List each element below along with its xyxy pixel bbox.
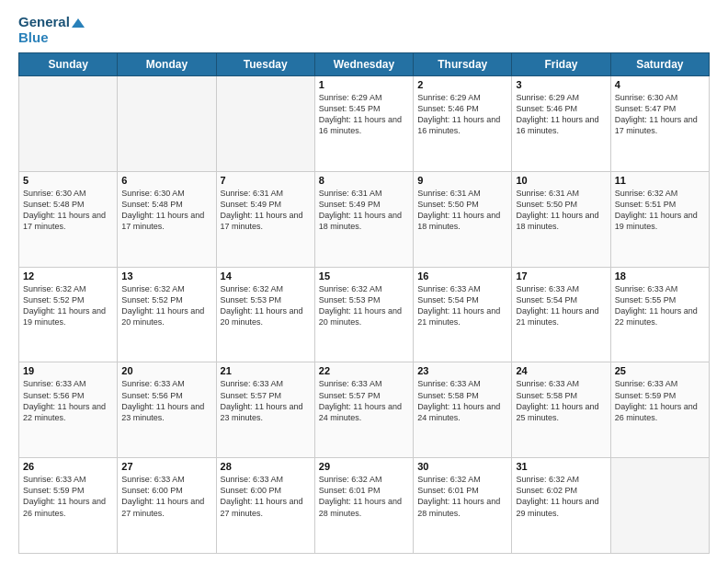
calendar-cell: 10Sunrise: 6:31 AM Sunset: 5:50 PM Dayli… (512, 171, 610, 267)
calendar-cell: 30Sunrise: 6:32 AM Sunset: 6:01 PM Dayli… (414, 458, 512, 554)
calendar-cell: 14Sunrise: 6:32 AM Sunset: 5:53 PM Dayli… (216, 267, 314, 362)
week-row-2: 5Sunrise: 6:30 AM Sunset: 5:48 PM Daylig… (19, 171, 710, 267)
week-row-3: 12Sunrise: 6:32 AM Sunset: 5:52 PM Dayli… (19, 267, 710, 362)
weekday-friday: Friday (512, 53, 610, 76)
day-info: Sunrise: 6:33 AM Sunset: 5:54 PM Dayligh… (516, 283, 606, 328)
day-number: 1 (319, 79, 409, 90)
day-number: 31 (516, 461, 606, 472)
day-number: 11 (615, 175, 705, 186)
calendar-cell: 18Sunrise: 6:33 AM Sunset: 5:55 PM Dayli… (610, 267, 709, 362)
day-info: Sunrise: 6:30 AM Sunset: 5:48 PM Dayligh… (23, 188, 113, 233)
day-info: Sunrise: 6:33 AM Sunset: 5:56 PM Dayligh… (121, 378, 211, 423)
logo-general: General (18, 15, 85, 30)
calendar-cell: 12Sunrise: 6:32 AM Sunset: 5:52 PM Dayli… (19, 267, 118, 362)
calendar-cell: 2Sunrise: 6:29 AM Sunset: 5:46 PM Daylig… (414, 76, 512, 172)
day-number: 3 (516, 79, 606, 90)
day-number: 7 (221, 175, 311, 186)
calendar-cell: 15Sunrise: 6:32 AM Sunset: 5:53 PM Dayli… (314, 267, 413, 362)
day-info: Sunrise: 6:32 AM Sunset: 5:51 PM Dayligh… (615, 188, 705, 233)
calendar-cell: 13Sunrise: 6:32 AM Sunset: 5:52 PM Dayli… (118, 267, 216, 362)
calendar-cell: 17Sunrise: 6:33 AM Sunset: 5:54 PM Dayli… (512, 267, 610, 362)
weekday-tuesday: Tuesday (216, 53, 314, 76)
logo: General Blue (18, 15, 85, 45)
calendar-cell: 20Sunrise: 6:33 AM Sunset: 5:56 PM Dayli… (118, 362, 216, 458)
day-number: 24 (516, 365, 606, 376)
calendar-cell: 27Sunrise: 6:33 AM Sunset: 6:00 PM Dayli… (118, 458, 216, 554)
day-info: Sunrise: 6:33 AM Sunset: 5:56 PM Dayligh… (23, 378, 113, 423)
day-number: 6 (121, 175, 211, 186)
calendar-cell (216, 76, 314, 172)
day-info: Sunrise: 6:32 AM Sunset: 6:01 PM Dayligh… (319, 474, 409, 519)
calendar-cell: 24Sunrise: 6:33 AM Sunset: 5:58 PM Dayli… (512, 362, 610, 458)
calendar-cell: 7Sunrise: 6:31 AM Sunset: 5:49 PM Daylig… (216, 171, 314, 267)
day-number: 27 (121, 461, 211, 472)
day-info: Sunrise: 6:32 AM Sunset: 5:53 PM Dayligh… (319, 283, 409, 328)
header: General Blue (18, 15, 710, 45)
day-info: Sunrise: 6:32 AM Sunset: 5:53 PM Dayligh… (221, 283, 311, 328)
day-number: 2 (417, 79, 507, 90)
day-number: 14 (221, 270, 311, 282)
day-info: Sunrise: 6:30 AM Sunset: 5:48 PM Dayligh… (121, 188, 211, 233)
day-number: 17 (516, 270, 606, 282)
day-number: 13 (121, 270, 211, 282)
day-number: 10 (516, 175, 606, 186)
day-number: 21 (221, 365, 311, 376)
weekday-monday: Monday (118, 53, 216, 76)
day-info: Sunrise: 6:31 AM Sunset: 5:50 PM Dayligh… (417, 188, 507, 233)
calendar-cell: 26Sunrise: 6:33 AM Sunset: 5:59 PM Dayli… (19, 458, 118, 554)
day-number: 26 (23, 461, 113, 472)
day-number: 4 (615, 79, 705, 90)
calendar-cell (19, 76, 118, 172)
calendar-cell: 6Sunrise: 6:30 AM Sunset: 5:48 PM Daylig… (118, 171, 216, 267)
calendar-body: 1Sunrise: 6:29 AM Sunset: 5:45 PM Daylig… (19, 76, 710, 554)
calendar-cell: 19Sunrise: 6:33 AM Sunset: 5:56 PM Dayli… (19, 362, 118, 458)
day-info: Sunrise: 6:32 AM Sunset: 6:02 PM Dayligh… (516, 474, 606, 519)
logo-blue: Blue (18, 30, 85, 46)
day-info: Sunrise: 6:29 AM Sunset: 5:46 PM Dayligh… (417, 92, 507, 137)
day-number: 23 (417, 365, 507, 376)
page: General Blue SundayMondayTuesdayWednesda… (0, 0, 728, 563)
week-row-5: 26Sunrise: 6:33 AM Sunset: 5:59 PM Dayli… (19, 458, 710, 554)
calendar-cell: 16Sunrise: 6:33 AM Sunset: 5:54 PM Dayli… (414, 267, 512, 362)
day-info: Sunrise: 6:32 AM Sunset: 5:52 PM Dayligh… (121, 283, 211, 328)
weekday-sunday: Sunday (19, 53, 118, 76)
week-row-4: 19Sunrise: 6:33 AM Sunset: 5:56 PM Dayli… (19, 362, 710, 458)
calendar-cell: 4Sunrise: 6:30 AM Sunset: 5:47 PM Daylig… (610, 76, 709, 172)
weekday-header-row: SundayMondayTuesdayWednesdayThursdayFrid… (19, 53, 710, 76)
day-number: 16 (417, 270, 507, 282)
day-number: 5 (23, 175, 113, 186)
day-number: 20 (121, 365, 211, 376)
calendar-cell: 31Sunrise: 6:32 AM Sunset: 6:02 PM Dayli… (512, 458, 610, 554)
day-info: Sunrise: 6:29 AM Sunset: 5:45 PM Dayligh… (319, 92, 409, 137)
calendar-cell: 1Sunrise: 6:29 AM Sunset: 5:45 PM Daylig… (314, 76, 413, 172)
calendar-cell: 8Sunrise: 6:31 AM Sunset: 5:49 PM Daylig… (314, 171, 413, 267)
day-number: 28 (221, 461, 311, 472)
day-info: Sunrise: 6:33 AM Sunset: 5:54 PM Dayligh… (417, 283, 507, 328)
calendar-cell: 3Sunrise: 6:29 AM Sunset: 5:46 PM Daylig… (512, 76, 610, 172)
calendar-cell: 5Sunrise: 6:30 AM Sunset: 5:48 PM Daylig… (19, 171, 118, 267)
week-row-1: 1Sunrise: 6:29 AM Sunset: 5:45 PM Daylig… (19, 76, 710, 172)
calendar-cell: 23Sunrise: 6:33 AM Sunset: 5:58 PM Dayli… (414, 362, 512, 458)
calendar-cell: 25Sunrise: 6:33 AM Sunset: 5:59 PM Dayli… (610, 362, 709, 458)
calendar-cell: 11Sunrise: 6:32 AM Sunset: 5:51 PM Dayli… (610, 171, 709, 267)
calendar-cell: 29Sunrise: 6:32 AM Sunset: 6:01 PM Dayli… (314, 458, 413, 554)
calendar-cell (610, 458, 709, 554)
day-number: 8 (319, 175, 409, 186)
day-info: Sunrise: 6:33 AM Sunset: 5:59 PM Dayligh… (615, 378, 705, 423)
day-number: 9 (417, 175, 507, 186)
day-number: 18 (615, 270, 705, 282)
day-info: Sunrise: 6:33 AM Sunset: 5:58 PM Dayligh… (516, 378, 606, 423)
day-info: Sunrise: 6:33 AM Sunset: 5:59 PM Dayligh… (23, 474, 113, 519)
weekday-wednesday: Wednesday (314, 53, 413, 76)
logo-text: General Blue (18, 15, 85, 45)
day-number: 29 (319, 461, 409, 472)
day-info: Sunrise: 6:29 AM Sunset: 5:46 PM Dayligh… (516, 92, 606, 137)
weekday-thursday: Thursday (414, 53, 512, 76)
day-info: Sunrise: 6:33 AM Sunset: 5:55 PM Dayligh… (615, 283, 705, 328)
day-info: Sunrise: 6:33 AM Sunset: 6:00 PM Dayligh… (121, 474, 211, 519)
day-info: Sunrise: 6:33 AM Sunset: 5:57 PM Dayligh… (221, 378, 311, 423)
calendar-cell: 21Sunrise: 6:33 AM Sunset: 5:57 PM Dayli… (216, 362, 314, 458)
day-info: Sunrise: 6:32 AM Sunset: 5:52 PM Dayligh… (23, 283, 113, 328)
day-info: Sunrise: 6:32 AM Sunset: 6:01 PM Dayligh… (417, 474, 507, 519)
calendar-cell (118, 76, 216, 172)
